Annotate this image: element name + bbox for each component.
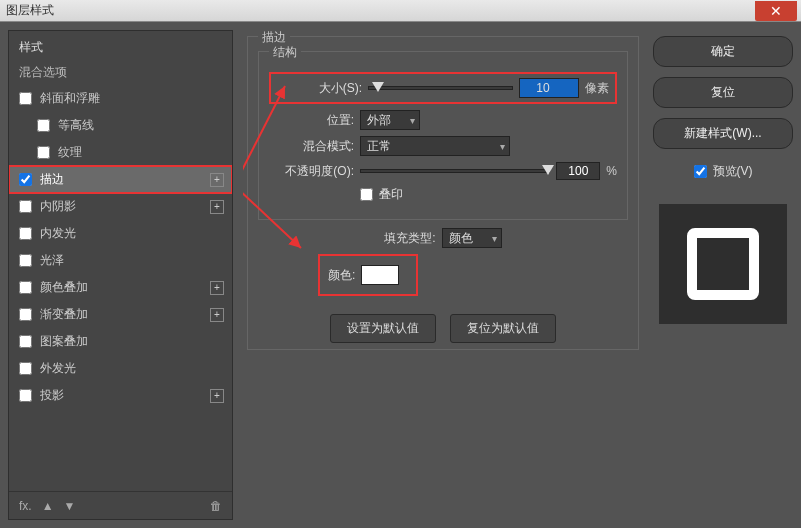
sidebar-item-checkbox[interactable]	[19, 92, 32, 105]
sidebar-item-checkbox[interactable]	[19, 227, 32, 240]
sidebar-item-label: 光泽	[40, 252, 64, 269]
sidebar-item-6[interactable]: 光泽	[9, 247, 232, 274]
add-instance-icon[interactable]: +	[210, 308, 224, 322]
blending-options[interactable]: 混合选项	[9, 60, 232, 85]
sidebar-item-label: 纹理	[58, 144, 82, 161]
sidebar-item-label: 外发光	[40, 360, 76, 377]
overprint-label: 叠印	[379, 186, 403, 203]
sidebar-item-4[interactable]: 内阴影+	[9, 193, 232, 220]
cancel-button[interactable]: 复位	[653, 77, 793, 108]
sidebar-item-checkbox[interactable]	[19, 200, 32, 213]
sidebar-item-checkbox[interactable]	[37, 146, 50, 159]
fill-type-label: 填充类型:	[384, 230, 435, 247]
opacity-slider[interactable]	[360, 169, 550, 173]
sidebar-item-label: 斜面和浮雕	[40, 90, 100, 107]
sidebar-item-label: 渐变叠加	[40, 306, 88, 323]
sidebar-item-label: 内阴影	[40, 198, 76, 215]
ok-button[interactable]: 确定	[653, 36, 793, 67]
opacity-unit: %	[606, 164, 617, 178]
add-instance-icon[interactable]: +	[210, 389, 224, 403]
blend-label: 混合模式:	[269, 138, 354, 155]
fx-icon[interactable]: fx.	[19, 499, 32, 513]
stroke-group: 描边 结构 大小(S): 像素 位置: 外部 混合模式: 正常	[247, 36, 639, 350]
preview-box	[659, 204, 787, 324]
sidebar-item-checkbox[interactable]	[19, 254, 32, 267]
size-row: 大小(S): 像素	[269, 72, 617, 104]
overprint-checkbox[interactable]	[360, 188, 373, 201]
down-icon[interactable]: ▼	[64, 499, 76, 513]
sidebar-item-9[interactable]: 图案叠加	[9, 328, 232, 355]
sidebar-item-checkbox[interactable]	[19, 362, 32, 375]
sidebar-item-checkbox[interactable]	[19, 173, 32, 186]
overprint-row: 叠印	[269, 186, 617, 203]
add-instance-icon[interactable]: +	[210, 200, 224, 214]
position-label: 位置:	[269, 112, 354, 129]
sidebar-item-label: 投影	[40, 387, 64, 404]
sidebar-item-2[interactable]: 纹理	[9, 139, 232, 166]
sidebar-item-label: 等高线	[58, 117, 94, 134]
color-label: 颜色:	[328, 267, 355, 284]
new-style-button[interactable]: 新建样式(W)...	[653, 118, 793, 149]
sidebar-item-11[interactable]: 投影+	[9, 382, 232, 409]
structure-label: 结构	[269, 44, 301, 61]
sidebar-item-label: 图案叠加	[40, 333, 88, 350]
sidebar-item-checkbox[interactable]	[19, 281, 32, 294]
add-instance-icon[interactable]: +	[210, 281, 224, 295]
color-swatch[interactable]	[361, 265, 399, 285]
preview-label: 预览(V)	[713, 163, 753, 180]
reset-default-button[interactable]: 复位为默认值	[450, 314, 556, 343]
size-slider[interactable]	[368, 86, 513, 90]
opacity-row: 不透明度(O): %	[269, 162, 617, 180]
size-label: 大小(S):	[277, 80, 362, 97]
sidebar-item-1[interactable]: 等高线	[9, 112, 232, 139]
stroke-panel: 描边 结构 大小(S): 像素 位置: 外部 混合模式: 正常	[243, 30, 643, 520]
sidebar-item-label: 内发光	[40, 225, 76, 242]
opacity-label: 不透明度(O):	[269, 163, 354, 180]
sidebar-item-5[interactable]: 内发光	[9, 220, 232, 247]
position-select[interactable]: 外部	[360, 110, 420, 130]
sidebar-item-label: 描边	[40, 171, 64, 188]
fill-type-row: 填充类型: 颜色	[258, 228, 628, 248]
sidebar-item-checkbox[interactable]	[19, 335, 32, 348]
sidebar-item-0[interactable]: 斜面和浮雕	[9, 85, 232, 112]
sidebar-item-checkbox[interactable]	[19, 389, 32, 402]
sidebar-item-7[interactable]: 颜色叠加+	[9, 274, 232, 301]
titlebar: 图层样式 ✕	[0, 0, 801, 22]
make-default-button[interactable]: 设置为默认值	[330, 314, 436, 343]
preview-swatch	[687, 228, 759, 300]
sidebar-item-checkbox[interactable]	[37, 119, 50, 132]
right-column: 确定 复位 新建样式(W)... 预览(V)	[653, 30, 793, 520]
sidebar-item-label: 颜色叠加	[40, 279, 88, 296]
size-input[interactable]	[519, 78, 579, 98]
trash-icon[interactable]: 🗑	[210, 499, 222, 513]
sidebar-header: 样式	[9, 31, 232, 60]
sidebar-item-8[interactable]: 渐变叠加+	[9, 301, 232, 328]
close-button[interactable]: ✕	[755, 1, 797, 21]
up-icon[interactable]: ▲	[42, 499, 54, 513]
size-unit: 像素	[585, 80, 609, 97]
styles-sidebar: 样式 混合选项 斜面和浮雕等高线纹理描边+内阴影+内发光光泽颜色叠加+渐变叠加+…	[8, 30, 233, 520]
structure-group: 结构 大小(S): 像素 位置: 外部 混合模式: 正常 不透明度(O):	[258, 51, 628, 220]
position-row: 位置: 外部	[269, 110, 617, 130]
preview-checkbox[interactable]	[694, 165, 707, 178]
blend-row: 混合模式: 正常	[269, 136, 617, 156]
sidebar-item-3[interactable]: 描边+	[9, 166, 232, 193]
opacity-input[interactable]	[556, 162, 600, 180]
add-instance-icon[interactable]: +	[210, 173, 224, 187]
fill-type-select[interactable]: 颜色	[442, 228, 502, 248]
sidebar-item-checkbox[interactable]	[19, 308, 32, 321]
sidebar-footer: fx. ▲ ▼ 🗑	[9, 491, 232, 519]
sidebar-item-10[interactable]: 外发光	[9, 355, 232, 382]
color-row: 颜色:	[318, 254, 418, 296]
blend-select[interactable]: 正常	[360, 136, 510, 156]
window-title: 图层样式	[0, 2, 54, 19]
